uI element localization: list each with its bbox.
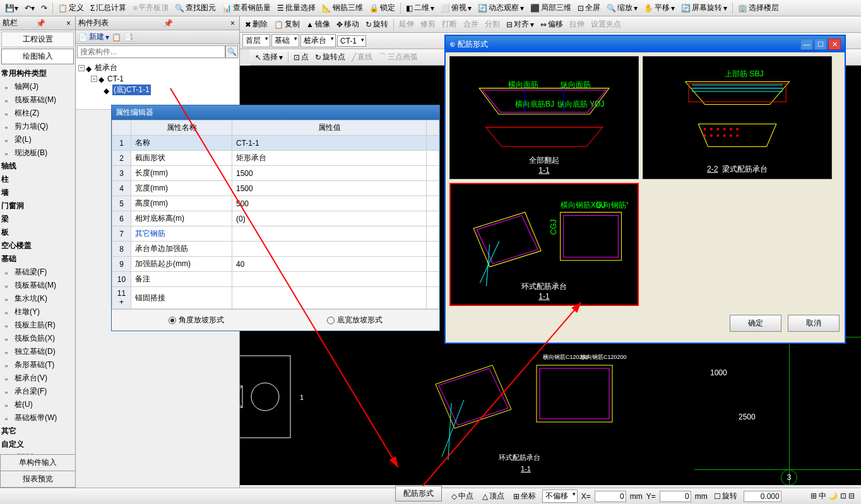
nav-item[interactable]: ▫剪力墙(Q)	[0, 120, 75, 133]
nav-item[interactable]: ▫梁(L)	[0, 133, 75, 146]
nav-item[interactable]: ▫柱墩(Y)	[0, 305, 75, 319]
close-icon[interactable]: ×	[64, 19, 73, 28]
radio-width-slope[interactable]: 底宽放坡形式	[327, 315, 383, 325]
delete-btn[interactable]: ✖ 删除	[242, 18, 270, 31]
pan-btn[interactable]: ✋ 平移▾	[641, 1, 677, 15]
nav-item[interactable]: ▫基础梁(F)	[0, 266, 75, 279]
rotate-btn[interactable]: ↻ 旋转	[363, 18, 391, 31]
find-elem-btn[interactable]: 🔍 查找图元	[172, 1, 218, 15]
lock-btn[interactable]: 🔒 锁定	[367, 1, 398, 15]
cancel-button[interactable]: 取消	[788, 315, 840, 332]
prop-row[interactable]: 2截面形状矩形承台	[112, 151, 439, 166]
tree-node[interactable]: − ◆ CT-1	[78, 74, 237, 84]
move-btn[interactable]: ✥ 移动	[334, 18, 362, 31]
align-top-btn[interactable]: ≡ 平齐板顶	[130, 1, 171, 15]
extend-btn[interactable]: 延伸	[396, 18, 417, 31]
nav-item[interactable]: ▫条形基础(T)	[0, 358, 75, 372]
search-button[interactable]: 🔍	[225, 45, 238, 58]
nav-item[interactable]: ▫基础板带(W)	[0, 411, 75, 425]
trim-btn[interactable]: 修剪	[418, 18, 438, 31]
config-option-2[interactable]: 上部筋 SBJ 2-2 梁式配筋承台	[643, 56, 832, 179]
search-input[interactable]	[77, 45, 225, 58]
2d-btn[interactable]: ◧ 二维▾	[403, 1, 437, 15]
nav-item[interactable]: ▫筏板负筋(X)	[0, 332, 75, 345]
radio-angle-slope[interactable]: 角度放坡形式	[169, 315, 224, 325]
arc-tool[interactable]: ⌒ 三点画弧	[376, 50, 420, 64]
copy-icon[interactable]: 📋	[112, 33, 121, 42]
split-btn[interactable]: 分割	[482, 18, 502, 31]
pile-combo[interactable]: 桩承台	[300, 34, 336, 47]
nav-group-header[interactable]: 常用构件类型	[0, 67, 75, 80]
pin-icon[interactable]: 📌	[163, 19, 173, 28]
align-btn[interactable]: ⊟ 对齐▾	[504, 18, 537, 31]
mirror-btn[interactable]: ▲ 镜像	[304, 18, 333, 31]
close-icon[interactable]: ×	[229, 19, 237, 28]
nav-group-header[interactable]: 梁	[0, 213, 75, 226]
prop-row[interactable]: 4宽度(mm)1500	[112, 181, 439, 196]
rebar-3d-btn[interactable]: 📐 钢筋三维	[319, 1, 365, 15]
merge-btn[interactable]: 合并	[461, 18, 481, 31]
prop-row[interactable]: 10备注	[112, 272, 439, 287]
tab-single-input[interactable]: 单构件输入	[0, 454, 76, 471]
base-combo[interactable]: 基础	[271, 34, 299, 47]
screen-rotate-btn[interactable]: 🔄 屏幕旋转▾	[679, 1, 730, 15]
prop-row[interactable]: 3长度(mm)1500	[112, 166, 439, 181]
nav-group-header[interactable]: 基础	[0, 252, 75, 266]
stretch-btn[interactable]: 拉伸	[567, 18, 587, 31]
break-btn[interactable]: 打断	[439, 18, 460, 31]
coord-toggle[interactable]: ⊞ 坐标	[511, 489, 538, 503]
midpoint-toggle[interactable]: ◇ 中点	[449, 489, 476, 503]
maximize-icon[interactable]: ☐	[814, 38, 827, 50]
minimize-icon[interactable]: —	[800, 38, 813, 50]
floor-combo[interactable]: 首层	[242, 34, 270, 47]
zoom-btn[interactable]: 🔍 缩放▾	[604, 1, 640, 15]
orbit-btn[interactable]: 🔄 动态观察▾	[475, 1, 526, 15]
nav-group-header[interactable]: 板	[0, 226, 75, 239]
nav-section-project[interactable]: 工程设置	[1, 32, 74, 47]
offset-btn[interactable]: ⇔ 偏移	[538, 18, 566, 31]
prop-row[interactable]: 9加强筋起步(mm)40	[112, 257, 439, 272]
dialog-title-bar[interactable]: ⊕ 配筋形式 — ☐ ✕	[446, 36, 845, 52]
prop-row[interactable]: 5高度(mm)500	[112, 196, 439, 211]
nav-item[interactable]: ▫筏板基础(M)	[0, 93, 75, 107]
y-input[interactable]	[660, 491, 691, 502]
line-tool[interactable]: ╱ 直线	[349, 50, 375, 64]
grip-btn[interactable]: 设置夹点	[588, 18, 624, 31]
nav-group-header[interactable]: 柱	[0, 173, 75, 186]
nav-group-header[interactable]: 墙	[0, 186, 75, 199]
prop-row[interactable]: 11 +锚固搭接	[112, 287, 439, 309]
nav-group-header[interactable]: 自定义	[0, 438, 75, 451]
ct-combo[interactable]: CT-1	[337, 35, 366, 47]
nav-item[interactable]: ▫桩承台(V)	[0, 372, 75, 385]
nav-section-draw[interactable]: 绘图输入	[1, 49, 74, 64]
nav-item[interactable]: ▫桩(U)	[0, 398, 75, 411]
prop-row[interactable]: 8承台单边加强筋	[112, 242, 439, 257]
x-input[interactable]	[595, 491, 626, 502]
save-icon[interactable]: 💾▾	[3, 3, 21, 14]
nav-item[interactable]: ▫集水坑(K)	[0, 292, 75, 305]
prop-row[interactable]: 1名称CT-1-1	[112, 136, 439, 151]
nav-group-header[interactable]: 轴线	[0, 160, 75, 173]
point-tool[interactable]: ⊡ 点	[291, 50, 311, 64]
rotate-input[interactable]	[744, 491, 781, 502]
nav-group-header[interactable]: 空心楼盖	[0, 239, 75, 252]
tree-node[interactable]: ◆ (底)CT-1-1	[78, 84, 237, 96]
fullscreen-btn[interactable]: ⊡ 全屏	[575, 1, 603, 15]
config-type-button[interactable]: 配筋形式	[395, 486, 442, 501]
undo-icon[interactable]: ↶▾	[22, 3, 37, 14]
define-btn[interactable]: 📋 定义	[56, 1, 86, 15]
props-icon[interactable]: 📑	[124, 33, 133, 42]
select-tool[interactable]: ↖ 选择 ▾	[252, 50, 285, 64]
select-floor-btn[interactable]: 🏢 选择楼层	[735, 1, 781, 15]
config-option-1[interactable]: 横向面筋 纵向面筋 横向底筋BJ 纵向底筋 YDJ 全部翻起 1-1	[449, 56, 639, 179]
batch-select-btn[interactable]: ☰ 批量选择	[275, 1, 318, 15]
copy-btn[interactable]: 📋 复制	[271, 18, 302, 31]
prop-row[interactable]: 6相对底标高(m)(0)	[112, 211, 439, 226]
pin-icon[interactable]: 📌	[36, 19, 45, 28]
sum-calc-btn[interactable]: Σ 汇总计算	[88, 1, 129, 15]
new-button[interactable]: 📄 新建 ▾	[78, 32, 109, 42]
nav-item[interactable]: ▫筏板主筋(R)	[0, 319, 75, 332]
redo-icon[interactable]: ↷	[39, 3, 50, 14]
view-mode-icons[interactable]: ⊞ 中 🌙 ⊡ ⊟	[808, 489, 857, 503]
tab-report[interactable]: 报表预览	[0, 471, 76, 488]
